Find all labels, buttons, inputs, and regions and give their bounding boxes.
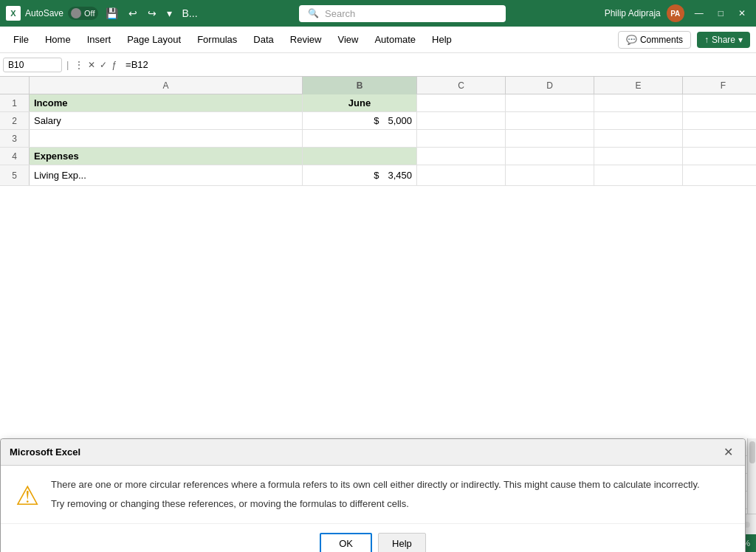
dialog-buttons: OK Help	[1, 523, 745, 552]
dialog-message-1: There are one or more circular reference…	[51, 477, 730, 492]
search-icon: 🔍	[308, 8, 319, 18]
undo-icon[interactable]: ↩	[126, 6, 140, 21]
cell-c4[interactable]	[417, 148, 506, 165]
cell-a2[interactable]: Salary	[30, 112, 303, 129]
dialog: Microsoft Excel ✕ ⚠ There are one or mor…	[0, 438, 746, 552]
grid: 1 Income June 2 Salary $5,000 3	[0, 94, 756, 186]
cell-e5[interactable]	[594, 165, 683, 185]
dialog-close-button[interactable]: ✕	[721, 445, 736, 459]
cell-f1[interactable]	[683, 94, 756, 111]
cell-d1[interactable]	[506, 94, 594, 111]
redo-icon[interactable]: ↪	[145, 6, 159, 21]
cell-f3[interactable]	[683, 130, 756, 147]
cell-b1[interactable]: June	[303, 94, 417, 111]
title-bar: X AutoSave Off 💾 ↩ ↪ ▾ B... 🔍 Search Phi…	[0, 0, 756, 27]
corner-header	[0, 77, 30, 94]
share-button[interactable]: ↑ Share ▾	[697, 32, 750, 48]
spreadsheet: A B C D E F 1 Income June 2 Salary $5,00…	[0, 77, 756, 438]
insert-function-icon[interactable]: ƒ	[110, 58, 118, 72]
col-header-d[interactable]: D	[506, 77, 594, 94]
expand-icon[interactable]: ⋮	[73, 58, 85, 72]
search-placeholder: Search	[325, 8, 355, 19]
cell-f4[interactable]	[683, 148, 756, 165]
warning-icon: ⚠	[16, 480, 39, 511]
comments-icon: 💬	[626, 35, 637, 45]
share-icon: ↑	[704, 35, 709, 45]
excel-logo: X	[6, 6, 21, 21]
cell-d3[interactable]	[506, 130, 594, 147]
minimize-button[interactable]: —	[690, 7, 708, 20]
menu-file[interactable]: File	[6, 31, 36, 48]
cell-e1[interactable]	[594, 94, 683, 111]
col-header-e[interactable]: E	[594, 77, 683, 94]
ok-button[interactable]: OK	[320, 533, 372, 552]
col-header-c[interactable]: C	[417, 77, 506, 94]
dialog-title-bar: Microsoft Excel ✕	[1, 439, 745, 466]
menu-home[interactable]: Home	[38, 31, 78, 48]
table-row: 5 Living Exp... $3,450	[0, 165, 756, 186]
menu-help[interactable]: Help	[425, 31, 459, 48]
cell-b5[interactable]: $3,450	[303, 165, 417, 185]
cell-e4[interactable]	[594, 148, 683, 165]
restore-button[interactable]: □	[714, 7, 728, 20]
menu-view[interactable]: View	[330, 31, 365, 48]
cell-a3[interactable]	[30, 130, 303, 147]
cell-b4[interactable]	[303, 148, 417, 165]
col-header-a[interactable]: A	[30, 77, 303, 94]
menu-automate[interactable]: Automate	[367, 31, 423, 48]
cell-c5[interactable]	[417, 165, 506, 185]
cell-c2[interactable]	[417, 112, 506, 129]
dialog-body: ⚠ There are one or more circular referen…	[1, 466, 745, 523]
menu-data[interactable]: Data	[246, 31, 281, 48]
user-avatar: PA	[667, 4, 684, 22]
col-header-f[interactable]: F	[683, 77, 756, 94]
row-num-5: 5	[0, 165, 30, 185]
cell-reference[interactable]: B10	[3, 58, 62, 72]
autosave-label: AutoSave	[25, 8, 63, 18]
cell-b2[interactable]: $5,000	[303, 112, 417, 129]
cell-d4[interactable]	[506, 148, 594, 165]
cell-a1[interactable]: Income	[30, 94, 303, 111]
confirm-formula-icon[interactable]: ✓	[98, 58, 109, 72]
save-icon[interactable]: 💾	[103, 6, 121, 21]
column-headers: A B C D E F	[0, 77, 756, 94]
menu-right: 💬 Comments ↑ Share ▾	[618, 31, 750, 49]
toggle-knob	[71, 8, 81, 18]
formula-divider: |	[65, 59, 70, 70]
search-box[interactable]: 🔍 Search	[299, 5, 506, 22]
title-bar-center: 🔍 Search	[207, 5, 599, 22]
user-name: Philip Adipraja	[605, 8, 661, 18]
cell-f2[interactable]	[683, 112, 756, 129]
autosave-toggle[interactable]: Off	[68, 7, 97, 20]
cell-e2[interactable]	[594, 112, 683, 129]
cell-b3[interactable]	[303, 130, 417, 147]
menu-review[interactable]: Review	[283, 31, 329, 48]
formula-icons: ⋮ ✕ ✓ ƒ	[73, 58, 118, 72]
dialog-message-2: Try removing or changing these reference…	[51, 497, 730, 511]
cell-c3[interactable]	[417, 130, 506, 147]
cell-d5[interactable]	[506, 165, 594, 185]
share-chevron: ▾	[738, 35, 743, 45]
cell-a5[interactable]: Living Exp...	[30, 165, 303, 185]
cell-f5[interactable]	[683, 165, 756, 185]
formula-bar: B10 | ⋮ ✕ ✓ ƒ	[0, 53, 756, 77]
comments-button[interactable]: 💬 Comments	[618, 31, 691, 49]
cell-c1[interactable]	[417, 94, 506, 111]
col-header-b[interactable]: B	[303, 77, 417, 94]
share-label: Share	[712, 35, 735, 45]
toggle-state: Off	[84, 9, 94, 18]
cell-e3[interactable]	[594, 130, 683, 147]
cancel-formula-icon[interactable]: ✕	[86, 58, 97, 72]
customize-icon[interactable]: ▾	[164, 6, 175, 21]
close-button[interactable]: ✕	[734, 7, 750, 20]
formula-input[interactable]	[121, 58, 753, 72]
help-button[interactable]: Help	[378, 533, 426, 552]
menu-formulas[interactable]: Formulas	[190, 31, 244, 48]
cell-d2[interactable]	[506, 112, 594, 129]
row-num-4: 4	[0, 148, 30, 165]
table-row: 3	[0, 130, 756, 148]
cell-a4[interactable]: Expenses	[30, 148, 303, 165]
row-num-1: 1	[0, 94, 30, 111]
menu-page-layout[interactable]: Page Layout	[120, 31, 188, 48]
menu-insert[interactable]: Insert	[80, 31, 119, 48]
